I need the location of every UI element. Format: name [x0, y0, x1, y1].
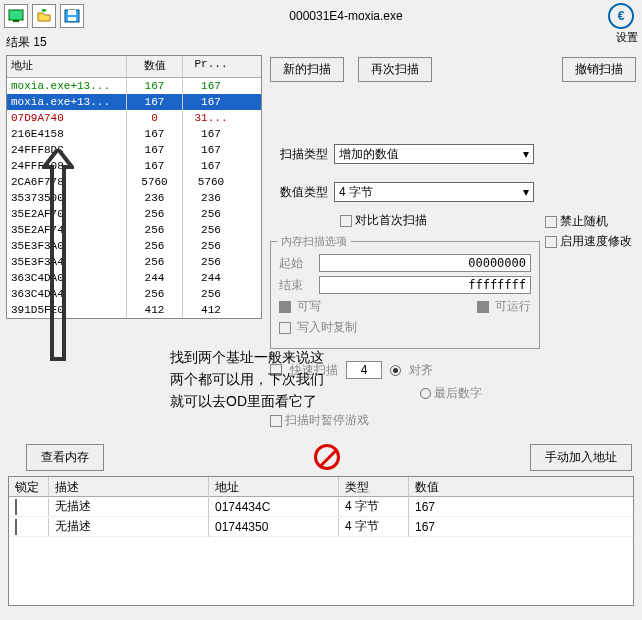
table-row[interactable]: 35E3F3A4256256 — [7, 254, 261, 270]
toolbar: 000031E4-moxia.exe € — [0, 0, 642, 32]
fastscan-value[interactable] — [346, 361, 382, 379]
table-row[interactable]: 35E2AF74256256 — [7, 222, 261, 238]
cheat-table-header: 锁定 描述 地址 类型 数值 — [9, 477, 633, 497]
cheat-row[interactable]: 无描述017443504 字节167 — [9, 517, 633, 537]
svg-rect-0 — [9, 10, 23, 20]
align-radio[interactable] — [390, 365, 401, 376]
next-scan-button[interactable]: 再次扫描 — [358, 57, 432, 82]
mem-end-input[interactable] — [319, 276, 531, 294]
view-memory-button[interactable]: 查看内存 — [26, 444, 104, 471]
table-row[interactable]: 24FFF8DC167167 — [7, 142, 261, 158]
table-row[interactable]: 2CA6F77857605760 — [7, 174, 261, 190]
table-row[interactable]: 07D9A740031... — [7, 110, 261, 126]
address-table-header: 地址 数值 Pr... — [7, 56, 261, 78]
table-row[interactable]: 363C4DA4256256 — [7, 286, 261, 302]
scan-type-label: 扫描类型 — [270, 146, 328, 163]
svg-rect-1 — [13, 20, 19, 22]
undo-scan-button[interactable]: 撤销扫描 — [562, 57, 636, 82]
speedhack-checkbox[interactable] — [545, 236, 557, 248]
process-icon[interactable] — [4, 4, 28, 28]
copyonwrite-checkbox[interactable] — [279, 322, 291, 334]
annotation-text: 找到两个基址一般来说这两个都可以用，下次我们就可以去OD里面看它了 — [170, 346, 330, 412]
side-options: 禁止随机 启用速度修改 — [545, 210, 632, 253]
chevron-down-icon: ▾ — [523, 185, 529, 199]
address-table: 地址 数值 Pr... moxia.exe+13...167167moxia.e… — [6, 55, 262, 319]
table-row[interactable]: moxia.exe+13...167167 — [7, 94, 261, 110]
scan-type-select[interactable]: 增加的数值▾ — [334, 144, 534, 164]
stop-icon[interactable] — [314, 444, 340, 470]
writable-checkbox[interactable] — [279, 301, 291, 313]
mem-start-input[interactable] — [319, 254, 531, 272]
memory-scan-group: 内存扫描选项 起始 结束 可写 可运行 写入时复制 — [270, 241, 540, 349]
window-title: 000031E4-moxia.exe — [88, 9, 604, 23]
cheat-row[interactable]: 无描述0174434C4 字节167 — [9, 497, 633, 517]
manual-add-button[interactable]: 手动加入地址 — [530, 444, 632, 471]
settings-link[interactable]: 设置 — [616, 30, 638, 45]
value-type-select[interactable]: 4 字节▾ — [334, 182, 534, 202]
executable-checkbox[interactable] — [477, 301, 489, 313]
new-scan-button[interactable]: 新的扫描 — [270, 57, 344, 82]
ce-logo[interactable]: € — [608, 3, 634, 29]
svg-rect-4 — [68, 17, 76, 21]
table-row[interactable]: moxia.exe+13...167167 — [7, 78, 261, 94]
chevron-down-icon: ▾ — [523, 147, 529, 161]
save-icon[interactable] — [60, 4, 84, 28]
pause-checkbox[interactable] — [270, 415, 282, 427]
table-row[interactable]: 216E4158167167 — [7, 126, 261, 142]
svg-rect-3 — [68, 10, 76, 15]
no-random-checkbox[interactable] — [545, 216, 557, 228]
cheat-table: 锁定 描述 地址 类型 数值 无描述0174434C4 字节167无描述0174… — [8, 476, 634, 606]
table-row[interactable]: 35E2AF70256256 — [7, 206, 261, 222]
table-row[interactable]: 35373500236236 — [7, 190, 261, 206]
open-icon[interactable] — [32, 4, 56, 28]
table-row[interactable]: 35E3F3A0256256 — [7, 238, 261, 254]
table-row[interactable]: 363C4DA0244244 — [7, 270, 261, 286]
table-row[interactable]: 24FFFA08167167 — [7, 158, 261, 174]
table-row[interactable]: 391D5FE0412412 — [7, 302, 261, 318]
compare-first-checkbox[interactable] — [340, 215, 352, 227]
result-count: 结果 15 — [0, 32, 642, 53]
lastdigit-radio[interactable] — [420, 388, 431, 399]
value-type-label: 数值类型 — [270, 184, 328, 201]
